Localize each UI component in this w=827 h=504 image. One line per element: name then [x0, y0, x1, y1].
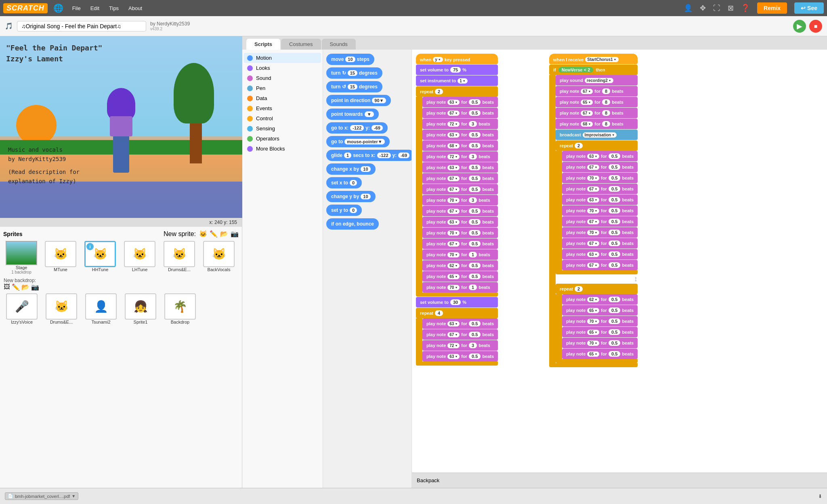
- note-70-dd3[interactable]: 70: [447, 252, 460, 257]
- play-note-72-2[interactable]: play note 72 for 3 beats: [422, 151, 498, 162]
- r4-72-dd[interactable]: 72: [447, 343, 460, 348]
- sprite-item-drums2[interactable]: 🐱 Drums&E...: [43, 293, 80, 324]
- n2b-65[interactable]: play note 65 for 0.5 beats: [562, 305, 638, 316]
- note-65-dd1[interactable]: 65: [447, 274, 460, 279]
- broadcast-improvisation[interactable]: broadcast Improvisation: [556, 130, 638, 140]
- n2a-67e[interactable]: play note 67 for 0.5 beats: [562, 260, 638, 270]
- note-67-dd5[interactable]: 67: [447, 241, 460, 247]
- key-dropdown[interactable]: y: [433, 57, 443, 62]
- sprite-surprise-icon[interactable]: 📂: [220, 230, 228, 238]
- play-note-67-4[interactable]: play note 67 for 0.5 beats: [422, 206, 498, 216]
- sprite-item-drums[interactable]: 🐱 Drums&E...: [161, 241, 198, 291]
- goto-block[interactable]: go to mouse-pointer▼: [326, 136, 390, 147]
- play-sound-recording2[interactable]: play sound recording2: [556, 75, 638, 86]
- nested-repeat-2a-hat[interactable]: repeat 2: [556, 140, 638, 151]
- backdrop-image-icon[interactable]: 🖼: [4, 283, 10, 291]
- play-note-70-3[interactable]: play note 70 for 1 beats: [422, 249, 498, 260]
- set-y-block[interactable]: set y to 0: [326, 205, 362, 216]
- menu-tips[interactable]: Tips: [106, 4, 122, 13]
- menu-file[interactable]: File: [69, 4, 84, 13]
- category-control[interactable]: Control: [244, 113, 321, 123]
- category-looks[interactable]: Looks: [244, 63, 321, 73]
- backpack-bar[interactable]: Backpack ▲: [412, 473, 827, 488]
- category-more-blocks[interactable]: More Blocks: [244, 144, 321, 154]
- note-70-dd4[interactable]: 70: [447, 285, 460, 290]
- tab-scripts[interactable]: Scripts: [246, 39, 280, 50]
- category-sensing[interactable]: Sensing: [244, 123, 321, 134]
- play-note-62-1[interactable]: play note 62 for 0.5 beats: [422, 260, 498, 271]
- stop-button[interactable]: ■: [809, 20, 822, 33]
- help-icon[interactable]: ❓: [741, 4, 750, 13]
- sprite-item-izzysvoice[interactable]: 🎤 Izzy'sVoice: [3, 293, 40, 324]
- n2b-70[interactable]: play note 70 for 0.5 beats: [562, 316, 638, 326]
- move-block[interactable]: move 10 steps: [326, 54, 374, 65]
- when-key-pressed-hat[interactable]: when y key pressed: [416, 54, 498, 64]
- note-67-dd3[interactable]: 67: [447, 187, 460, 192]
- sprite-item-hhtune[interactable]: i 🐱 HHTune: [82, 241, 119, 291]
- category-motion[interactable]: Motion: [244, 53, 321, 63]
- menu-about[interactable]: About: [125, 4, 145, 13]
- play-note-68-8[interactable]: play note 68 for 8 beats: [556, 119, 638, 129]
- category-pen[interactable]: Pen: [244, 83, 321, 93]
- when-receive-hat[interactable]: when I receive StartChorus1: [549, 54, 638, 64]
- turn-cw-block[interactable]: turn ↻ 15 degrees: [326, 67, 382, 79]
- instrument-dropdown[interactable]: 1: [458, 78, 468, 84]
- project-title-input[interactable]: [17, 21, 146, 31]
- sprite-item-mtune[interactable]: 🐱 MTune: [42, 241, 79, 291]
- n2a-63[interactable]: play note 63 for 0.5 beats: [562, 151, 638, 161]
- n2b-65b[interactable]: play note 65 for 0.5 beats: [562, 327, 638, 337]
- play-note-67-1[interactable]: play note 67 for 0.5 beats: [422, 108, 498, 118]
- r4-67-dd[interactable]: 67: [447, 332, 460, 337]
- if-hat[interactable]: if NewVerse < 2 then: [549, 65, 638, 75]
- stage-thumbnail[interactable]: Stage 1 backdrop New backdrop: 🖼 ✏️ 📂 📷: [3, 241, 40, 291]
- broadcast-dd[interactable]: Improvisation: [583, 132, 617, 138]
- pdf-dropdown-arrow[interactable]: ▼: [71, 494, 76, 498]
- n2b-70b[interactable]: play note 70 for 0.5 beats: [562, 338, 638, 348]
- note-67-8c-dd[interactable]: 67: [581, 111, 593, 116]
- n2b-65c[interactable]: play note 65 for 0.5 beats: [562, 349, 638, 359]
- set-volume-block-1[interactable]: set volume to 75 %: [416, 65, 498, 75]
- remix-button[interactable]: Remix: [757, 2, 787, 14]
- set-volume-30[interactable]: set volume to 30 %: [416, 297, 498, 307]
- n2a-67b[interactable]: play note 67 for 0.5 beats: [562, 184, 638, 194]
- nested-repeat-2b-hat[interactable]: repeat 2: [556, 284, 638, 294]
- play-note-63-4[interactable]: play note 63 for 0.5 beats: [422, 217, 498, 227]
- menu-edit[interactable]: Edit: [87, 4, 103, 13]
- n2a-70[interactable]: play note 70 for 0.5 beats: [562, 173, 638, 183]
- r4-63b-dd[interactable]: 63: [447, 354, 460, 359]
- n2a-67c[interactable]: play note 67 for 0.5 beats: [562, 216, 638, 227]
- category-operators[interactable]: Operators: [244, 134, 321, 144]
- play-note-67-5[interactable]: play note 67 for 0.5 beats: [422, 238, 498, 249]
- n2a-70b[interactable]: play note 70 for 0.5 beats: [562, 205, 638, 216]
- backdrop-paint-icon[interactable]: ✏️: [12, 283, 20, 291]
- bounce-block[interactable]: if on edge, bounce: [326, 218, 379, 230]
- receive-dd[interactable]: StartChorus1: [585, 57, 618, 62]
- n2a-63b[interactable]: play note 63 for 0.5 beats: [562, 194, 638, 205]
- r4-note-67[interactable]: play note 67 for 0.5 beats: [422, 329, 498, 340]
- category-sound[interactable]: Sound: [244, 73, 321, 83]
- repeat-2-hat[interactable]: repeat 2: [416, 86, 498, 97]
- change-x-block[interactable]: change x by 10: [326, 163, 376, 175]
- note-68-8-dd[interactable]: 68: [581, 121, 593, 127]
- glide-block[interactable]: glide 1 secs to x: -122 y: -69: [326, 150, 412, 161]
- note-67-dd1[interactable]: 67: [447, 111, 460, 116]
- play-note-70-1[interactable]: play note 70 for 3 beats: [422, 195, 498, 205]
- pdf-file-icon[interactable]: 📄 bmh-jobmarket_coverl....pdf ▼: [5, 492, 78, 500]
- backdrop-camera-icon[interactable]: 📷: [31, 283, 39, 291]
- n2a-70c[interactable]: play note 70 for 0.5 beats: [562, 227, 638, 238]
- point-towards-block[interactable]: point towards ▼: [326, 109, 379, 120]
- n2a-67[interactable]: play note 67 for 0.5 beats: [562, 162, 638, 172]
- see-button[interactable]: ↩ See: [794, 2, 824, 14]
- sprite-item-backvocals[interactable]: 🐱 BackVocals: [200, 241, 237, 291]
- point-direction-block[interactable]: point in direction 90▼: [326, 95, 391, 106]
- r4-63-dd[interactable]: 63: [447, 321, 460, 326]
- play-note-63-2[interactable]: play note 63 for 0.5 beats: [422, 130, 498, 140]
- change-y-block[interactable]: change y by 10: [326, 191, 376, 202]
- note-67-dd2[interactable]: 67: [447, 176, 460, 181]
- n2b-62[interactable]: play note 62 for 0.5 beats: [562, 294, 638, 305]
- note-72-dd2[interactable]: 72: [447, 154, 460, 159]
- category-data[interactable]: Data: [244, 93, 321, 103]
- shrink-icon[interactable]: ⊠: [728, 4, 734, 13]
- tab-sounds[interactable]: Sounds: [322, 39, 356, 50]
- set-instrument-block[interactable]: set instrument to 1: [416, 75, 498, 86]
